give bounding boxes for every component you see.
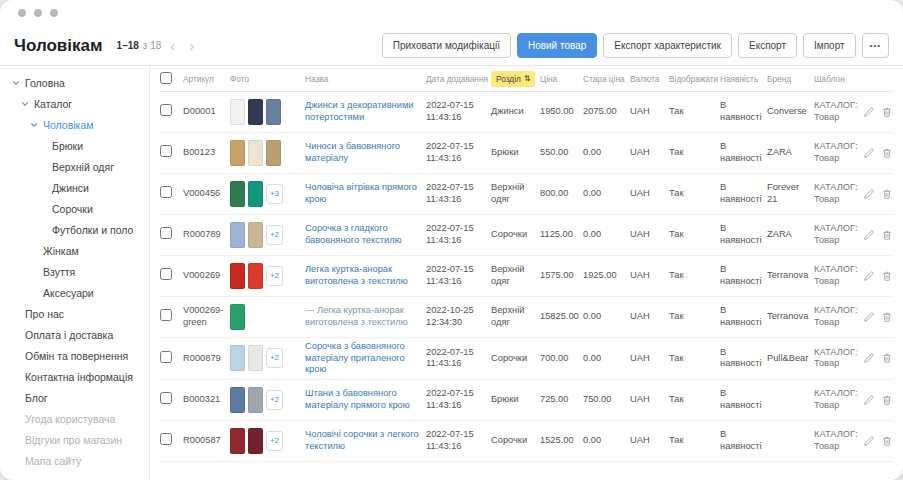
column-currency[interactable]: Валюта <box>630 74 666 84</box>
sidebar-item-label: Про нас <box>25 308 64 320</box>
chevron-down-icon <box>21 100 30 108</box>
more-photos-badge[interactable]: +2 <box>266 225 283 245</box>
sidebar-item[interactable]: Про нас <box>12 303 145 324</box>
column-sku[interactable]: Артикул <box>183 74 227 84</box>
sidebar-item[interactable]: Контактна інформація <box>12 366 145 387</box>
sidebar-item[interactable]: Чоловікам <box>12 114 145 135</box>
next-page-button[interactable]: › <box>184 38 199 53</box>
template-cell: КАТАЛОГ: Товар <box>814 305 862 328</box>
delete-icon[interactable] <box>881 270 893 282</box>
delete-icon[interactable] <box>881 394 893 406</box>
sidebar-item-label: Відгуки про магазин <box>25 434 122 446</box>
sidebar-item[interactable]: Мапа сайту <box>12 450 145 471</box>
column-display[interactable]: Відображати <box>669 74 717 84</box>
product-name-link[interactable]: Сорочка з бавовняного матеріалу притален… <box>305 341 405 374</box>
sidebar-item[interactable]: Футболки и поло <box>12 219 145 240</box>
more-photos-badge[interactable]: +2 <box>266 266 283 286</box>
row-checkbox[interactable] <box>160 392 172 404</box>
sidebar-item[interactable]: Каталог <box>12 93 145 114</box>
product-name-link[interactable]: Чиноси з бавовняного матеріалу <box>305 141 400 163</box>
delete-icon[interactable] <box>881 188 893 200</box>
row-checkbox[interactable] <box>160 268 172 280</box>
column-template[interactable]: Шаблон <box>814 74 862 84</box>
delete-icon[interactable] <box>881 311 893 323</box>
edit-icon[interactable] <box>863 311 875 323</box>
column-price[interactable]: Ціна <box>540 74 580 84</box>
old-price-cell: 1925.00 <box>583 270 627 282</box>
row-checkbox[interactable] <box>160 309 172 321</box>
product-name-link[interactable]: — Легка куртка-анорак виготовлена з текс… <box>305 305 408 327</box>
more-photos-badge[interactable]: +3 <box>266 184 283 204</box>
product-name-link[interactable]: Чоловіча вітрівка прямого крою <box>305 182 417 204</box>
product-name-link[interactable]: Штани з бавовняного матеріалу прямого кр… <box>305 388 410 410</box>
import-button[interactable]: Імпорт <box>803 33 856 58</box>
edit-icon[interactable] <box>863 394 875 406</box>
hide-modifications-button[interactable]: Приховати модифікації <box>382 33 511 58</box>
select-all-checkbox[interactable] <box>160 72 172 84</box>
app-window: Чоловікам 1–18 з 18 ‹ › Приховати модифі… <box>0 0 903 480</box>
sidebar-item-label: Мапа сайту <box>25 455 81 467</box>
edit-icon[interactable] <box>863 229 875 241</box>
sidebar-item[interactable]: Головна <box>12 72 145 93</box>
row-checkbox[interactable] <box>160 227 172 239</box>
more-actions-button[interactable]: ••• <box>862 33 889 58</box>
column-name[interactable]: Назва <box>305 74 423 84</box>
export-button[interactable]: Експорт <box>738 33 797 58</box>
sidebar-item[interactable]: Жінкам <box>12 240 145 261</box>
column-date[interactable]: Дата додавання <box>426 74 488 84</box>
product-name-link[interactable]: Сорочка з гладкого бавовняного текстилю <box>305 223 402 245</box>
product-name-link[interactable]: Чоловічі сорочки з легкого текстилю <box>305 429 419 451</box>
old-price-cell: 0.00 <box>583 188 627 200</box>
sidebar-item[interactable]: Аксесуари <box>12 282 145 303</box>
sidebar-item[interactable]: Взуття <box>12 261 145 282</box>
column-old-price[interactable]: Стара ціна <box>583 74 627 84</box>
product-name-link[interactable]: Джинси з декоративними потертостями <box>305 100 414 122</box>
sidebar-item[interactable]: Сорочки <box>12 198 145 219</box>
product-name-link[interactable]: Легка куртка-анорак виготовлена з тексти… <box>305 264 408 286</box>
table-body: D00001 Джинси з декоративними потертостя… <box>160 92 893 462</box>
new-product-button[interactable]: Новий товар <box>517 33 597 58</box>
prev-page-button[interactable]: ‹ <box>165 38 180 53</box>
more-photos-badge[interactable]: +2 <box>266 348 283 368</box>
delete-icon[interactable] <box>881 352 893 364</box>
row-checkbox[interactable] <box>160 351 172 363</box>
column-stock[interactable]: Наявність <box>720 74 764 84</box>
row-checkbox[interactable] <box>160 145 172 157</box>
row-checkbox[interactable] <box>160 186 172 198</box>
sidebar-item[interactable]: Оплата і доставка <box>12 324 145 345</box>
window-control-dot[interactable] <box>50 9 58 17</box>
edit-icon[interactable] <box>863 435 875 447</box>
sidebar-item-label: Жінкам <box>43 245 79 257</box>
sidebar-item[interactable]: Угода користувача <box>12 408 145 429</box>
edit-icon[interactable] <box>863 270 875 282</box>
delete-icon[interactable] <box>881 147 893 159</box>
sidebar-item[interactable]: Джинси <box>12 177 145 198</box>
edit-icon[interactable] <box>863 106 875 118</box>
sidebar-item[interactable]: Обмін та повернення <box>12 345 145 366</box>
column-section-sorted[interactable]: Розділ ⇅ <box>491 71 535 87</box>
delete-icon[interactable] <box>881 106 893 118</box>
row-checkbox[interactable] <box>160 104 172 116</box>
delete-icon[interactable] <box>881 229 893 241</box>
column-brand[interactable]: Бренд <box>767 74 811 84</box>
more-photos-badge[interactable]: +2 <box>266 390 283 410</box>
more-photos-badge[interactable]: +2 <box>266 431 283 451</box>
products-table: Артикул Фото Назва Дата додавання Розділ… <box>150 66 903 480</box>
delete-icon[interactable] <box>881 435 893 447</box>
sidebar-item[interactable]: Блог <box>12 387 145 408</box>
edit-icon[interactable] <box>863 352 875 364</box>
edit-icon[interactable] <box>863 188 875 200</box>
date-cell: 2022-07-15 11:43:16 <box>426 100 488 123</box>
window-control-dot[interactable] <box>18 9 26 17</box>
window-control-dot[interactable] <box>34 9 42 17</box>
section-cell: Брюки <box>491 394 537 406</box>
edit-icon[interactable] <box>863 147 875 159</box>
sidebar-item[interactable]: Верхній одяг <box>12 156 145 177</box>
sidebar-item[interactable]: Відгуки про магазин <box>12 429 145 450</box>
sidebar-item[interactable]: Брюки <box>12 135 145 156</box>
sidebar-item-label: Контактна інформація <box>25 371 133 383</box>
date-cell: 2022-07-15 11:43:16 <box>426 223 488 246</box>
export-characteristics-button[interactable]: Експорт характеристик <box>603 33 732 58</box>
table-row: D00001 Джинси з декоративними потертостя… <box>160 92 893 133</box>
row-checkbox[interactable] <box>160 433 172 445</box>
